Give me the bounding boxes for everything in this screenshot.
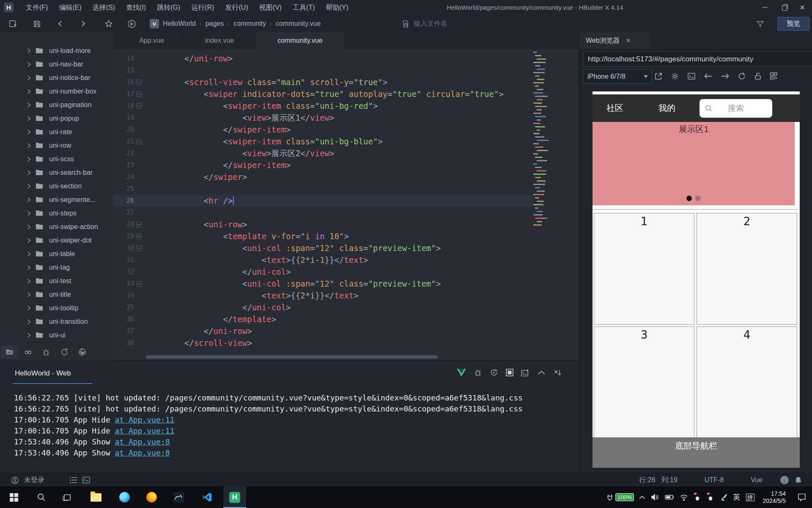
code-line-38[interactable]: 38 </scroll-view> [113, 337, 533, 349]
run-icon[interactable] [126, 19, 137, 29]
terminal-status-icon[interactable] [82, 477, 90, 483]
grid-cell-3[interactable]: 3 [594, 326, 694, 438]
menu-选择[interactable]: 选择(S) [87, 0, 121, 15]
login-status[interactable]: 未登录 [24, 476, 44, 485]
sidebar-item-uni-load-more[interactable]: uni-load-more [0, 44, 113, 58]
code-line-15[interactable]: 15 [113, 64, 533, 76]
menu-文件[interactable]: 文件(F) [20, 0, 53, 15]
code-line-36[interactable]: 36 </template> [113, 313, 533, 325]
ime-pinyin-badge[interactable]: 拼 [746, 494, 754, 501]
user-icon[interactable] [11, 476, 19, 484]
sidebar-item-uni-section[interactable]: uni-section [0, 179, 113, 193]
sidebar-item-uni-test[interactable]: uni-test [0, 274, 113, 288]
fold-marker-icon[interactable] [136, 91, 142, 97]
sidebar-item-uni-scss[interactable]: uni-scss [0, 152, 113, 166]
sidebar-item-uni-search-bar[interactable]: uni-search-bar [0, 166, 113, 179]
language-mode[interactable]: Vue [751, 476, 763, 484]
qq-icon[interactable] [694, 493, 701, 502]
breadcrumb-item[interactable]: pages [206, 20, 224, 28]
swiper-banner[interactable]: 展示区1 [593, 122, 795, 205]
code-line-34[interactable]: 34 <text>{{2*i}}</text> [113, 290, 533, 301]
sidebar-item-uni-transition[interactable]: uni-transition [0, 315, 113, 329]
code-line-29[interactable]: 29 <template v-for="i in 10"> [113, 230, 533, 242]
files-panel-icon[interactable] [1, 345, 18, 359]
code-line-30[interactable]: 30 <uni-col :span="12" class="preview-it… [113, 242, 533, 254]
code-line-27[interactable]: 27 [113, 207, 533, 218]
debug-panel-icon[interactable] [38, 345, 55, 359]
new-file-icon[interactable] [8, 19, 18, 29]
battery-tray-icon[interactable] [665, 494, 674, 500]
menu-视图[interactable]: 视图(V) [254, 0, 287, 15]
sync-panel-icon[interactable] [56, 345, 73, 359]
code-line-35[interactable]: 35 </uni-col> [113, 301, 533, 313]
sidebar-item-uni-tag[interactable]: uni-tag [0, 261, 113, 274]
editor-tab-App.vue[interactable]: App.vue [121, 32, 183, 49]
grid-cell-4[interactable]: 4 [697, 326, 797, 438]
fold-marker-icon[interactable] [136, 234, 142, 239]
editor-tab-community.vue[interactable]: community.vue [256, 32, 344, 49]
tab-community[interactable]: 社区 [606, 94, 623, 122]
volume-icon[interactable] [651, 494, 659, 501]
code-editor[interactable]: 14 </uni-row>1516 <scroll-view class="ma… [113, 49, 579, 360]
console-debug-icon[interactable] [474, 368, 482, 377]
settings-gear-icon[interactable] [671, 72, 679, 80]
code-line-26[interactable]: 26 <hr /> [113, 195, 533, 207]
new-terminal-icon[interactable] [521, 369, 530, 377]
mysql-icon[interactable] [167, 486, 190, 508]
grid-cell-2[interactable]: 2 [697, 213, 797, 325]
encoding-label[interactable]: UTF-8 [705, 476, 724, 484]
code-line-18[interactable]: 18 <swiper-item class="uni-bg-red"> [113, 100, 533, 112]
file-explorer-icon[interactable] [85, 486, 107, 508]
restore-button[interactable] [775, 0, 794, 15]
fold-marker-icon[interactable] [136, 103, 142, 109]
breadcrumb-item[interactable]: community.vue [276, 20, 321, 28]
firefox-browser-icon[interactable] [140, 486, 163, 508]
nav-back-icon[interactable] [704, 72, 713, 80]
code-line-19[interactable]: 19 <view>展示区1</view> [113, 112, 533, 124]
sidebar-item-uni-rate[interactable]: uni-rate [0, 125, 113, 139]
source-link[interactable]: at App.vue:11 [115, 415, 174, 424]
favorite-star-icon[interactable] [104, 19, 114, 29]
sidebar-item-uni-segmente...[interactable]: uni-segmente... [0, 193, 113, 207]
wifi-icon[interactable] [680, 494, 688, 501]
code-line-37[interactable]: 37 </uni-row> [113, 325, 533, 337]
refresh-icon[interactable] [738, 72, 746, 80]
code-line-24[interactable]: 24 </swiper> [113, 171, 533, 183]
sidebar-item-uni-number-box[interactable]: uni-number-box [0, 85, 113, 98]
code-line-14[interactable]: 14 </uni-row> [113, 52, 533, 64]
code-line-23[interactable]: 23 </swiper-item> [113, 159, 533, 171]
menu-查找[interactable]: 查找(I) [121, 0, 151, 15]
edge-browser-icon[interactable] [113, 486, 136, 508]
browser-tab-close-icon[interactable]: ✕ [626, 37, 631, 44]
fold-marker-icon[interactable] [136, 281, 142, 287]
vscode-icon[interactable] [195, 486, 218, 508]
browser-tab[interactable]: Web浏览器 ✕ [579, 32, 650, 49]
sidebar-item-uni-tooltip[interactable]: uni-tooltip [0, 301, 113, 315]
qq-icon-2[interactable] [707, 493, 714, 502]
menu-跳转[interactable]: 跳转(G) [151, 0, 186, 15]
task-view-icon[interactable] [56, 486, 79, 508]
code-line-33[interactable]: 33 <uni-col :span="12" class="preview-it… [113, 278, 533, 290]
preview-button[interactable]: 预览 [777, 17, 809, 31]
terminal-icon[interactable] [687, 72, 696, 80]
sidebar-item-uni-ui[interactable]: uni-ui [0, 329, 113, 342]
sidebar-item-uni-nav-bar[interactable]: uni-nav-bar [0, 58, 113, 71]
sidebar-item-uni-popup[interactable]: uni-popup [0, 112, 113, 125]
source-link[interactable]: at App.vue:8 [115, 448, 170, 457]
outline-icon[interactable] [70, 477, 77, 483]
device-select[interactable]: iPhone 6/7/8 [583, 69, 652, 84]
sidebar-item-uni-swipe-action[interactable]: uni-swipe-action [0, 220, 113, 234]
close-button[interactable]: ✕ [793, 0, 812, 15]
editor-tab-index.vue[interactable]: index.vue [183, 32, 256, 49]
sidebar-item-uni-table[interactable]: uni-table [0, 247, 113, 261]
filter-icon[interactable] [755, 19, 765, 29]
minimize-button[interactable] [755, 0, 775, 15]
sidebar-item-uni-pagination[interactable]: uni-pagination [0, 98, 113, 112]
code-line-20[interactable]: 20 </swiper-item> [113, 124, 533, 135]
console-tab[interactable]: HelloWorld - Web [15, 369, 71, 378]
clear-log-icon[interactable] [553, 369, 562, 376]
forward-icon[interactable] [78, 19, 88, 29]
collapse-panel-icon[interactable] [538, 370, 546, 375]
source-link[interactable]: at App.vue:8 [115, 437, 170, 446]
qrcode-icon[interactable] [770, 72, 778, 80]
